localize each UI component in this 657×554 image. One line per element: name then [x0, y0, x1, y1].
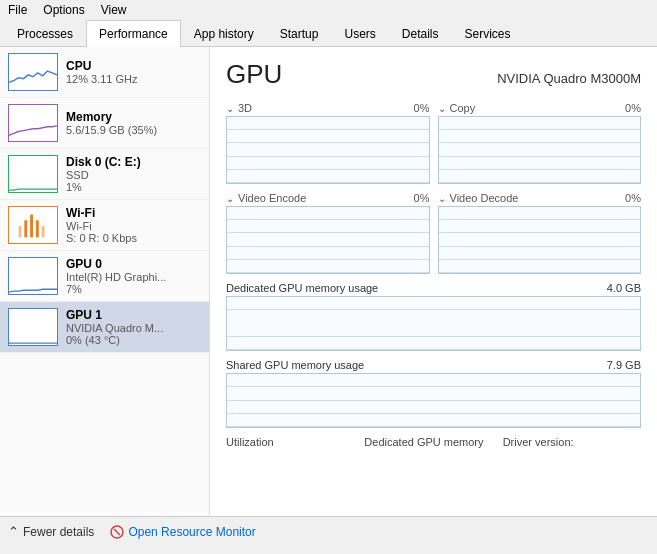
memory-info: Memory 5.6/15.9 GB (35%): [66, 110, 201, 136]
memory-sub: 5.6/15.9 GB (35%): [66, 124, 201, 136]
dedicated-label: Dedicated GPU memory usage: [226, 282, 378, 294]
sidebar-item-cpu[interactable]: CPU 12% 3.11 GHz: [0, 47, 209, 98]
gpu0-thumb: [8, 257, 58, 295]
gpu-title: GPU: [226, 59, 282, 90]
chevron-copy: ⌄: [438, 103, 446, 114]
chevron-3d: ⌄: [226, 103, 234, 114]
graph-vdecode-pct: 0%: [625, 192, 641, 204]
content-area: GPU NVIDIA Quadro M3000M ⌄ 3D 0% ⌄: [210, 47, 657, 516]
stat-utilization: Utilization: [226, 436, 364, 448]
sidebar-item-disk[interactable]: Disk 0 (C: E:) SSD 1%: [0, 149, 209, 200]
graph-copy-box: [438, 116, 642, 184]
gpu1-thumb: [8, 308, 58, 346]
bottom-stats: Utilization Dedicated GPU memory Driver …: [226, 436, 641, 448]
tab-details[interactable]: Details: [389, 20, 452, 47]
disk-title: Disk 0 (C: E:): [66, 155, 201, 169]
dedicated-graph-box: [226, 296, 641, 351]
dedicated-memory-section: Dedicated GPU memory usage 4.0 GB: [226, 282, 641, 351]
graph-copy-label: Copy: [450, 102, 476, 114]
graph-vencode: ⌄ Video Encode 0%: [226, 192, 430, 274]
sidebar-item-memory[interactable]: Memory 5.6/15.9 GB (35%): [0, 98, 209, 149]
open-resource-monitor-label: Open Resource Monitor: [128, 525, 255, 539]
main-area: CPU 12% 3.11 GHz Memory 5.6/15.9 GB (35%…: [0, 47, 657, 516]
shared-value: 7.9 GB: [607, 359, 641, 371]
graph-3d-label-row: ⌄ 3D 0%: [226, 102, 430, 114]
graph-3d-label: 3D: [238, 102, 252, 114]
graph-copy-pct: 0%: [625, 102, 641, 114]
svg-rect-1: [24, 220, 27, 237]
tab-processes[interactable]: Processes: [4, 20, 86, 47]
stat-dedicated: Dedicated GPU memory: [364, 436, 502, 448]
graph-vdecode: ⌄ Video Decode 0%: [438, 192, 642, 274]
cpu-info: CPU 12% 3.11 GHz: [66, 59, 201, 85]
gpu0-sub1: Intel(R) HD Graphi...: [66, 271, 201, 283]
gpu-model: NVIDIA Quadro M3000M: [497, 71, 641, 86]
wifi-thumb: [8, 206, 58, 244]
graph-copy-label-row: ⌄ Copy 0%: [438, 102, 642, 114]
shared-graph-box: [226, 373, 641, 428]
tab-bar: Processes Performance App history Startu…: [0, 20, 657, 47]
disk-info: Disk 0 (C: E:) SSD 1%: [66, 155, 201, 193]
graph-vencode-label-row: ⌄ Video Encode 0%: [226, 192, 430, 204]
sidebar-item-wifi[interactable]: Wi-Fi Wi-Fi S: 0 R: 0 Kbps: [0, 200, 209, 251]
sidebar-item-gpu0[interactable]: GPU 0 Intel(R) HD Graphi... 7%: [0, 251, 209, 302]
gpu0-sub2: 7%: [66, 283, 201, 295]
shared-label: Shared GPU memory usage: [226, 359, 364, 371]
graph-vencode-label: Video Encode: [238, 192, 306, 204]
tab-apphistory[interactable]: App history: [181, 20, 267, 47]
memory-thumb: [8, 104, 58, 142]
sidebar-item-gpu1[interactable]: GPU 1 NVIDIA Quadro M... 0% (43 °C): [0, 302, 209, 353]
tab-users[interactable]: Users: [331, 20, 388, 47]
wifi-sub1: Wi-Fi: [66, 220, 201, 232]
fewer-details-button[interactable]: ⌃ Fewer details: [8, 524, 94, 539]
graph-vencode-pct: 0%: [414, 192, 430, 204]
shared-label-row: Shared GPU memory usage 7.9 GB: [226, 359, 641, 371]
svg-line-6: [114, 529, 120, 535]
gpu0-title: GPU 0: [66, 257, 201, 271]
gpu-graphs-grid: ⌄ 3D 0% ⌄ Copy 0%: [226, 102, 641, 274]
footer: ⌃ Fewer details Open Resource Monitor: [0, 516, 657, 546]
tab-performance[interactable]: Performance: [86, 20, 181, 47]
cpu-title: CPU: [66, 59, 201, 73]
svg-rect-2: [36, 220, 39, 237]
fewer-details-label: Fewer details: [23, 525, 94, 539]
graph-vdecode-box: [438, 206, 642, 274]
cpu-sub: 12% 3.11 GHz: [66, 73, 201, 85]
gpu1-sub1: NVIDIA Quadro M...: [66, 322, 201, 334]
dedicated-label-row: Dedicated GPU memory usage 4.0 GB: [226, 282, 641, 294]
wifi-sub2: S: 0 R: 0 Kbps: [66, 232, 201, 244]
shared-memory-section: Shared GPU memory usage 7.9 GB: [226, 359, 641, 428]
gpu1-title: GPU 1: [66, 308, 201, 322]
disk-thumb: [8, 155, 58, 193]
disk-sub2: 1%: [66, 181, 201, 193]
monitor-icon: [110, 525, 124, 539]
chevron-up-icon: ⌃: [8, 524, 19, 539]
svg-rect-0: [30, 215, 33, 238]
wifi-title: Wi-Fi: [66, 206, 201, 220]
menu-view[interactable]: View: [97, 2, 131, 18]
gpu0-info: GPU 0 Intel(R) HD Graphi... 7%: [66, 257, 201, 295]
graph-3d: ⌄ 3D 0%: [226, 102, 430, 184]
sidebar: CPU 12% 3.11 GHz Memory 5.6/15.9 GB (35%…: [0, 47, 210, 516]
tab-startup[interactable]: Startup: [267, 20, 332, 47]
graph-vencode-box: [226, 206, 430, 274]
graph-3d-box: [226, 116, 430, 184]
svg-rect-4: [42, 226, 45, 237]
stat-driver: Driver version:: [503, 436, 641, 448]
graph-copy: ⌄ Copy 0%: [438, 102, 642, 184]
chevron-vdecode: ⌄: [438, 193, 446, 204]
graph-vdecode-label-row: ⌄ Video Decode 0%: [438, 192, 642, 204]
open-resource-monitor-button[interactable]: Open Resource Monitor: [110, 525, 255, 539]
gpu-header: GPU NVIDIA Quadro M3000M: [226, 59, 641, 90]
gpu1-info: GPU 1 NVIDIA Quadro M... 0% (43 °C): [66, 308, 201, 346]
disk-sub1: SSD: [66, 169, 201, 181]
wifi-info: Wi-Fi Wi-Fi S: 0 R: 0 Kbps: [66, 206, 201, 244]
svg-rect-3: [19, 226, 22, 237]
gpu1-sub2: 0% (43 °C): [66, 334, 201, 346]
menu-file[interactable]: File: [4, 2, 31, 18]
graph-vdecode-label: Video Decode: [450, 192, 519, 204]
menu-options[interactable]: Options: [39, 2, 88, 18]
dedicated-value: 4.0 GB: [607, 282, 641, 294]
menubar: File Options View: [0, 0, 657, 20]
tab-services[interactable]: Services: [452, 20, 524, 47]
